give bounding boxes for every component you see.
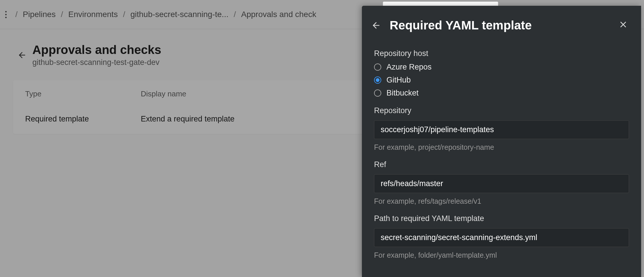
panel-body: Repository host Azure Repos GitHub Bitbu… [362,41,641,271]
repo-host-radio-group: Azure Repos GitHub Bitbucket [374,63,629,98]
radio-dot-icon [376,78,380,82]
radio-label-github: GitHub [386,76,411,85]
path-input[interactable] [374,228,629,247]
radio-label-azure: Azure Repos [386,63,432,72]
side-panel: Required YAML template Repository host A… [362,6,641,277]
repository-input[interactable] [374,120,629,139]
repo-host-label: Repository host [374,49,629,58]
radio-label-bitbucket: Bitbucket [386,89,419,98]
ref-input[interactable] [374,174,629,193]
panel-title: Required YAML template [390,18,610,32]
path-label: Path to required YAML template [374,214,629,223]
close-icon[interactable] [618,19,628,31]
ref-helper: For example, refs/tags/release/v1 [374,197,629,205]
radio-bitbucket[interactable]: Bitbucket [374,89,629,98]
radio-circle-icon [374,63,381,71]
radio-circle-icon [374,76,381,84]
radio-circle-icon [374,89,381,97]
radio-azure-repos[interactable]: Azure Repos [374,63,629,72]
repository-label: Repository [374,106,629,115]
repository-helper: For example, project/repository-name [374,143,629,151]
panel-back-icon[interactable] [371,20,382,31]
ref-label: Ref [374,160,629,169]
path-helper: For example, folder/yaml-template.yml [374,251,629,259]
radio-github[interactable]: GitHub [374,76,629,85]
panel-header: Required YAML template [362,6,641,41]
